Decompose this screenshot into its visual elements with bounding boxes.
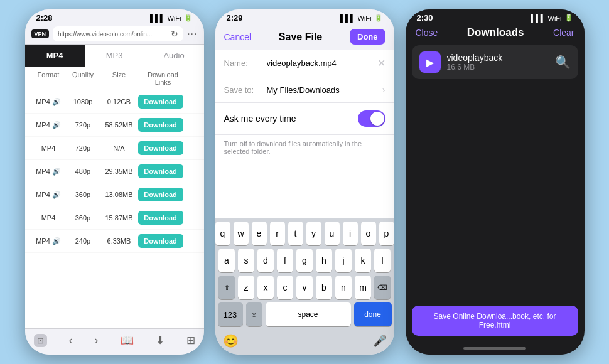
- bottom-bar-3: [406, 342, 585, 355]
- key-z[interactable]: z: [238, 276, 254, 299]
- name-label: Name:: [224, 58, 262, 68]
- done-button[interactable]: Done: [350, 29, 385, 45]
- tab-audio[interactable]: Audio: [144, 45, 204, 67]
- size-0: 0.12GB: [100, 98, 138, 105]
- toggle-switch[interactable]: [358, 110, 385, 127]
- key-t[interactable]: t: [288, 222, 303, 245]
- key-h[interactable]: h: [316, 249, 332, 272]
- key-delete[interactable]: ⌫: [374, 276, 391, 299]
- bookmarks-icon[interactable]: 📖: [121, 334, 134, 347]
- key-n[interactable]: n: [335, 276, 352, 299]
- col-quality: Quality: [66, 71, 100, 86]
- toggle-hint: Turn off to download files automatically…: [215, 135, 394, 160]
- more-icon[interactable]: ···: [187, 28, 197, 40]
- mic-icon[interactable]: 🎤: [370, 331, 389, 350]
- key-num[interactable]: 123: [218, 302, 243, 326]
- phone-2: 2:29 ▌▌▌ WiFi 🔋 Cancel Save File Done Na…: [215, 9, 394, 355]
- status-bar-2: 2:29 ▌▌▌ WiFi 🔋: [215, 9, 394, 24]
- download-btn-0[interactable]: Download: [138, 95, 183, 109]
- battery-icon-3: 🔋: [564, 14, 573, 22]
- key-emoji[interactable]: ☺: [246, 302, 262, 326]
- key-m[interactable]: m: [355, 276, 371, 299]
- dialog-header: Cancel Save File Done: [215, 24, 394, 50]
- key-y[interactable]: y: [306, 222, 321, 245]
- url-bar[interactable]: https://www.videosolo.com/onlin... ↻: [53, 26, 183, 41]
- time-2: 2:29: [227, 13, 243, 23]
- file-info: videoplayback 16.6 MB: [447, 53, 549, 72]
- table-row: MP4 🔊 1080p 0.12GB Download: [25, 90, 204, 114]
- table-header: Format Quality Size DownloadLinks: [25, 67, 204, 90]
- clear-icon[interactable]: ✕: [377, 57, 385, 69]
- format-4: MP4 🔊: [31, 191, 66, 199]
- quality-1: 720p: [66, 121, 100, 129]
- file-icon: ▶: [419, 51, 441, 73]
- key-done[interactable]: done: [354, 302, 392, 326]
- download-btn-6[interactable]: Download: [138, 234, 183, 248]
- clear-button[interactable]: Clear: [553, 28, 574, 38]
- key-k[interactable]: k: [355, 249, 371, 272]
- key-w[interactable]: w: [234, 222, 249, 245]
- save-to-field[interactable]: Save to: My Files/Downloads ›: [215, 77, 394, 103]
- kb-row-1: q w e r t y u i o p: [218, 222, 392, 245]
- close-button[interactable]: Close: [416, 28, 438, 38]
- back-icon[interactable]: ‹: [69, 334, 73, 347]
- kb-bottom-row: 😊 🎤: [218, 329, 392, 352]
- download-icon[interactable]: ⬇: [156, 334, 164, 347]
- dialog-title: Save File: [279, 31, 322, 43]
- key-b[interactable]: b: [316, 276, 332, 299]
- size-1: 58.52MB: [100, 121, 138, 129]
- kb-row-2: a s d f g h j k l: [218, 249, 392, 272]
- search-icon[interactable]: 🔍: [555, 55, 571, 70]
- key-l[interactable]: l: [374, 249, 391, 272]
- cancel-button[interactable]: Cancel: [224, 32, 252, 42]
- save-banner[interactable]: Save Online Downloa...book, etc. for Fre…: [412, 306, 578, 336]
- key-a[interactable]: a: [218, 249, 235, 272]
- key-o[interactable]: o: [361, 222, 376, 245]
- key-v[interactable]: v: [296, 276, 313, 299]
- size-5: 15.87MB: [100, 214, 138, 222]
- tabs-icon[interactable]: ⊡: [34, 334, 47, 347]
- key-space[interactable]: space: [266, 302, 351, 326]
- download-btn-4[interactable]: Download: [138, 188, 183, 201]
- download-btn-5[interactable]: Download: [138, 211, 183, 225]
- download-btn-1[interactable]: Download: [138, 118, 183, 132]
- key-j[interactable]: j: [335, 249, 352, 272]
- table-row: MP4 🔊 480p 29.35MB Download: [25, 160, 204, 183]
- key-u[interactable]: u: [325, 222, 340, 245]
- download-btn-3[interactable]: Download: [138, 164, 183, 178]
- key-c[interactable]: c: [277, 276, 293, 299]
- download-btn-2[interactable]: Download: [138, 141, 183, 155]
- tab-mp4[interactable]: MP4: [25, 45, 85, 67]
- key-shift[interactable]: ⇧: [218, 276, 235, 299]
- signal-icon: ▌▌▌: [150, 14, 164, 22]
- key-q[interactable]: q: [215, 222, 230, 245]
- refresh-icon[interactable]: ↻: [171, 29, 178, 39]
- key-r[interactable]: r: [270, 222, 285, 245]
- key-i[interactable]: i: [343, 222, 358, 245]
- tab-mp3[interactable]: MP3: [85, 45, 144, 67]
- dialog-body: Name: videoplayback.mp4 ✕ Save to: My Fi…: [215, 50, 394, 218]
- file-size: 16.6 MB: [447, 63, 549, 72]
- status-icons-1: ▌▌▌ WiFi 🔋: [150, 14, 192, 22]
- key-g[interactable]: g: [296, 249, 313, 272]
- downloads-header: Close Downloads Clear: [406, 24, 585, 45]
- name-value[interactable]: videoplayback.mp4: [267, 58, 372, 68]
- browser-bottom-bar: ⊡ ‹ › 📖 ⬇ ⊞: [25, 328, 204, 355]
- download-table: Format Quality Size DownloadLinks MP4 🔊 …: [25, 67, 204, 328]
- key-s[interactable]: s: [238, 249, 254, 272]
- key-x[interactable]: x: [257, 276, 274, 299]
- key-p[interactable]: p: [379, 222, 394, 245]
- forward-icon[interactable]: ›: [95, 334, 99, 347]
- col-download: DownloadLinks: [138, 71, 188, 86]
- format-1: MP4 🔊: [31, 121, 66, 129]
- key-d[interactable]: d: [257, 249, 274, 272]
- url-text: https://www.videosolo.com/onlin...: [58, 31, 168, 38]
- downloads-title: Downloads: [467, 26, 524, 39]
- key-f[interactable]: f: [277, 249, 293, 272]
- chevron-icon: ›: [382, 85, 385, 95]
- share-icon[interactable]: ⊞: [186, 334, 195, 347]
- keyboard: q w e r t y u i o p a s d f g h j k l ⇧ …: [215, 218, 394, 355]
- key-e[interactable]: e: [252, 222, 267, 245]
- phone-3: 2:30 ▌▌▌ WiFi 🔋 Close Downloads Clear ▶ …: [406, 9, 585, 355]
- table-row: MP4 🔊 720p 58.52MB Download: [25, 114, 204, 137]
